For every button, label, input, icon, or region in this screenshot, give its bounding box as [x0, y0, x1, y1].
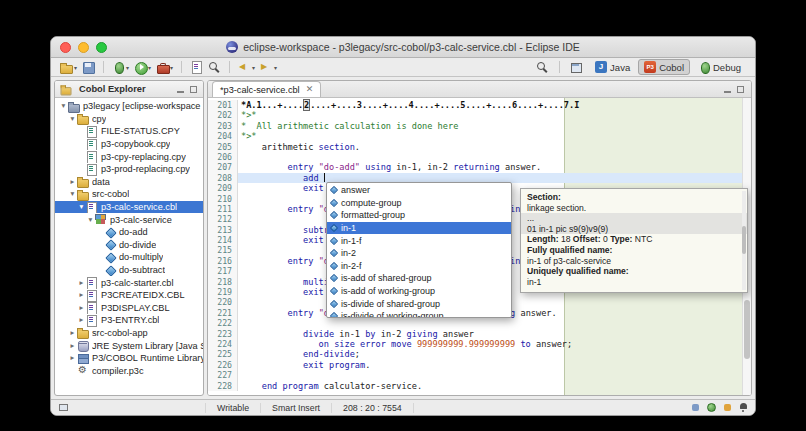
- tree-item[interactable]: ▸JRE System Library [Java SE 8 [1.8.: [55, 339, 203, 352]
- tree-item[interactable]: ▾src-cobol: [55, 188, 203, 201]
- code-line[interactable]: 204*>*: [208, 131, 742, 141]
- search-button[interactable]: [535, 60, 550, 75]
- disclosure-closed-icon[interactable]: ▸: [68, 340, 77, 352]
- dropdown-arrow-icon: ▾: [74, 64, 77, 71]
- tree-item[interactable]: ▸P3/COBOL Runtime Library [8.1dev: [55, 352, 203, 365]
- close-tab-icon[interactable]: ✕: [306, 85, 314, 94]
- disclosure-closed-icon[interactable]: ▸: [77, 302, 86, 314]
- cobol-explorer-header[interactable]: Cobol Explorer: [55, 81, 203, 98]
- debug-button[interactable]: ▾: [111, 60, 130, 75]
- zoom-window-button[interactable]: [96, 42, 107, 53]
- external-tools-button[interactable]: ▾: [155, 60, 174, 75]
- completion-item[interactable]: is-add of shared-group: [327, 272, 511, 285]
- save-button[interactable]: [81, 60, 96, 75]
- open-search-button[interactable]: [207, 60, 222, 75]
- build-status-icon[interactable]: [722, 403, 732, 413]
- disclosure-open-icon[interactable]: ▾: [77, 201, 86, 213]
- code-line[interactable]: 224 on size error move 999999999.9999999…: [208, 339, 742, 349]
- tree-item[interactable]: do-multiply: [55, 251, 203, 264]
- title-bar[interactable]: eclipse-workspace - p3legacy/src-cobol/p…: [51, 37, 755, 58]
- tree-item[interactable]: ▾p3legacy [eclipse-workspace master: [55, 100, 203, 113]
- completion-item[interactable]: is-divide of shared-group: [327, 297, 511, 310]
- perspective-cobol-button[interactable]: Cobol: [638, 59, 690, 75]
- completion-item[interactable]: compute-group: [327, 197, 511, 210]
- code-editor[interactable]: 201*A.1...+....2....+....3....+....4....…: [208, 98, 751, 395]
- completion-label: in-1: [341, 223, 356, 233]
- tree-item[interactable]: ▸p3-calc-starter.cbl: [55, 276, 203, 289]
- sync-status-icon[interactable]: [706, 403, 716, 413]
- trim-widget-icon[interactable]: [58, 403, 69, 413]
- line-number: 217: [208, 266, 238, 276]
- tree-item[interactable]: ▸data: [55, 176, 203, 189]
- completion-item[interactable]: is-add of working-group: [327, 285, 511, 298]
- line-number: 225: [208, 349, 238, 359]
- disclosure-open-icon[interactable]: ▾: [59, 100, 68, 112]
- disclosure-open-icon[interactable]: ▾: [68, 188, 77, 200]
- tree-item[interactable]: ▾p3-calc-service.cbl: [55, 201, 203, 214]
- code-line[interactable]: 202*>*: [208, 110, 742, 120]
- tree-item[interactable]: FILE-STATUS.CPY: [55, 125, 203, 138]
- plugin-status-icon[interactable]: [690, 403, 700, 413]
- disclosure-closed-icon[interactable]: ▸: [68, 352, 77, 364]
- code-line[interactable]: 203* All arithmetic calculation is done …: [208, 121, 742, 131]
- code-line[interactable]: 205 arithmetic section.: [208, 142, 742, 152]
- disclosure-closed-icon[interactable]: ▸: [68, 176, 77, 188]
- minimize-window-button[interactable]: [78, 42, 89, 53]
- perspective-java-button[interactable]: Java: [589, 59, 636, 75]
- tree-item[interactable]: ▸P3-ENTRY.cbl: [55, 314, 203, 327]
- code-line[interactable]: 222: [208, 318, 742, 328]
- tree-item[interactable]: do-divide: [55, 239, 203, 252]
- tree-item[interactable]: p3-copybook.cpy: [55, 138, 203, 151]
- tree-item[interactable]: compiler.p3c: [55, 364, 203, 377]
- tree-item[interactable]: ▸P3CREATEIDX.CBL: [55, 289, 203, 302]
- tree-item[interactable]: p3-cpy-replacing.cpy: [55, 150, 203, 163]
- code-line[interactable]: 228 end program calculator-service.: [208, 381, 742, 391]
- maximize-view-icon[interactable]: [189, 85, 198, 94]
- tree-item[interactable]: do-subtract: [55, 264, 203, 277]
- editor-tab[interactable]: *p3-calc-service.cbl ✕: [212, 81, 321, 97]
- code-line[interactable]: 223 divide in-1 by in-2 giving answer: [208, 329, 742, 339]
- tree-item[interactable]: ▸src-cobol-app: [55, 327, 203, 340]
- tree-item[interactable]: do-add: [55, 226, 203, 239]
- tree-item[interactable]: ▾p3-calc-service: [55, 213, 203, 226]
- code-line[interactable]: 225 end-divide;: [208, 349, 742, 359]
- disclosure-closed-icon[interactable]: ▸: [77, 314, 86, 326]
- disclosure-open-icon[interactable]: ▾: [68, 113, 77, 125]
- completion-item[interactable]: answer: [327, 184, 511, 197]
- code-line[interactable]: 207 entry "do-add" using in-1, in-2 retu…: [208, 162, 742, 172]
- disclosure-open-icon[interactable]: ▾: [86, 214, 95, 226]
- close-window-button[interactable]: [60, 42, 71, 53]
- toolbar-right: JavaCobolDebug: [535, 59, 747, 75]
- back-history-button[interactable]: ▾: [237, 60, 256, 75]
- completion-item[interactable]: in-2: [327, 247, 511, 260]
- completion-item[interactable]: in-1-f: [327, 234, 511, 247]
- new-cobol-program-button[interactable]: [189, 60, 204, 75]
- minimize-view-icon[interactable]: [176, 85, 185, 94]
- disclosure-closed-icon[interactable]: ▸: [68, 327, 77, 339]
- scrollbar-thumb[interactable]: [744, 300, 750, 359]
- disclosure-closed-icon[interactable]: ▸: [77, 289, 86, 301]
- maximize-editor-icon[interactable]: [736, 85, 745, 94]
- minimize-editor-icon[interactable]: [723, 85, 732, 94]
- open-perspective-button[interactable]: [569, 60, 584, 75]
- code-line[interactable]: 227: [208, 370, 742, 380]
- notifications-bell-icon[interactable]: [738, 403, 748, 413]
- tree-item[interactable]: ▾cpy: [55, 113, 203, 126]
- forward-history-button[interactable]: ▾: [259, 60, 278, 75]
- completion-item[interactable]: in-2-f: [327, 260, 511, 273]
- perspective-debug-button[interactable]: Debug: [692, 59, 747, 75]
- code-line[interactable]: 201*A.1...+....2....+....3....+....4....…: [208, 100, 742, 110]
- code-line[interactable]: 226 exit program.: [208, 360, 742, 370]
- tree-item[interactable]: ▸P3DISPLAY.CBL: [55, 302, 203, 315]
- completion-item[interactable]: is-divide of working-group: [327, 310, 511, 318]
- completion-item[interactable]: in-1: [327, 222, 511, 235]
- new-wizard-button[interactable]: ▾: [59, 60, 78, 75]
- data-item-icon: [330, 224, 338, 232]
- doc-scrollbar[interactable]: [742, 191, 746, 290]
- completion-item[interactable]: formatted-group: [327, 209, 511, 222]
- code-line[interactable]: 206: [208, 152, 742, 162]
- disclosure-closed-icon[interactable]: ▸: [77, 277, 86, 289]
- run-button[interactable]: ▾: [133, 60, 152, 75]
- project-tree[interactable]: ▾p3legacy [eclipse-workspace master▾cpyF…: [55, 98, 203, 395]
- tree-item[interactable]: p3-prod-replacing.cpy: [55, 163, 203, 176]
